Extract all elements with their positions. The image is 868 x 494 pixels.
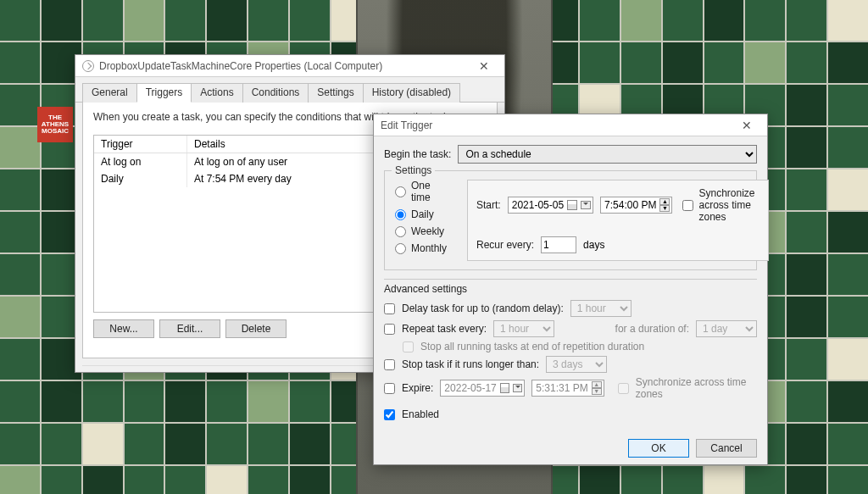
edit-trigger-dialog: Edit Trigger ✕ Begin the task: On a sche… [373,114,768,465]
edit-button[interactable]: Edit... [159,319,220,338]
radio-weekly[interactable]: Weekly [395,225,447,237]
cancel-button[interactable]: Cancel [696,439,757,458]
wallpaper-tile [663,466,703,494]
begin-task-select[interactable]: On a schedule [458,145,757,164]
wallpaper-tile [787,169,826,210]
delay-select[interactable]: 1 hour [570,300,632,317]
wallpaper-tile [828,169,868,210]
tab-actions[interactable]: Actions [191,83,242,103]
wallpaper-tile [248,0,288,41]
wallpaper-tile [828,424,868,464]
wallpaper-tile [0,85,40,125]
delete-button[interactable]: Delete [225,319,287,338]
wallpaper-tile [828,254,868,295]
window-title: DropboxUpdateTaskMachineCore Properties … [99,60,382,72]
radio-daily[interactable]: Daily [395,208,447,220]
schedule-panel: Start: 2021-05-05 7:54:00 PM ▲▼ Synchron… [467,180,769,261]
wallpaper-tile [125,466,164,494]
wallpaper-tile [704,466,744,494]
wallpaper-tile [207,424,247,464]
dialog-title: Edit Trigger [381,119,432,131]
tab-conditions[interactable]: Conditions [242,83,309,103]
tab-settings[interactable]: Settings [308,83,363,103]
wallpaper-tile [0,339,40,380]
spinner-icon[interactable]: ▲▼ [659,198,670,212]
tab-general[interactable]: General [82,83,137,103]
wallpaper-tile [828,42,868,83]
recur-label: Recur every: [476,239,534,251]
expire-date-field[interactable]: 2022-05-17 [440,380,525,397]
stop-long-checkbox[interactable] [384,359,395,370]
settings-group-title: Settings [392,164,435,176]
close-button[interactable]: ✕ [733,117,760,134]
chevron-down-icon [513,384,522,392]
wallpaper-tile [621,42,661,83]
wallpaper-tile [83,466,123,494]
wallpaper-tile [828,127,868,168]
settings-group: Settings One time Daily Weekly Monthly S… [384,170,757,270]
repeat-checkbox[interactable] [384,324,395,335]
wallpaper-tile [0,297,40,337]
radio-onetime[interactable]: One time [395,180,447,203]
wallpaper-tile [0,254,40,295]
wallpaper-tile [663,42,703,83]
expire-time-field[interactable]: 5:31:31 PM ▲▼ [531,380,604,397]
wallpaper-tile [0,127,40,168]
wallpaper-tile [787,466,826,494]
wallpaper-tile [787,424,826,464]
stop-long-label: Stop task if it runs longer than: [402,358,539,370]
enabled-checkbox[interactable] [384,409,395,420]
start-date-field[interactable]: 2021-05-05 [508,197,593,214]
close-icon: ✕ [742,119,752,131]
expire-checkbox[interactable] [384,383,395,394]
stop-long-select[interactable]: 3 days [546,356,607,373]
ok-button[interactable]: OK [628,439,689,458]
wallpaper-tile [787,85,826,125]
duration-select[interactable]: 1 day [696,320,757,337]
chevron-down-icon[interactable] [581,201,591,209]
wallpaper-tile [828,297,868,337]
close-button[interactable]: ✕ [470,58,498,75]
sync-tz-checkbox[interactable]: Synchronize across time zones [682,187,759,223]
wallpaper-tile [704,42,744,83]
wallpaper-tile [745,0,785,41]
wallpaper-tile [42,466,81,494]
wallpaper-tile [704,0,744,41]
delay-checkbox[interactable] [384,303,395,314]
repeat-select[interactable]: 1 hour [493,320,554,337]
recur-unit: days [583,239,604,251]
expire-label: Expire: [402,382,433,394]
wallpaper-tile [0,381,40,422]
wallpaper-tile [621,0,661,41]
stop-running-checkbox [403,341,414,352]
wallpaper-tile [290,466,330,494]
new-button[interactable]: New... [93,319,154,338]
wallpaper-tile [42,424,81,464]
wallpaper-tile [828,466,868,494]
stop-running-label: Stop all running tasks at end of repetit… [420,341,644,352]
wallpaper-tile [42,381,81,422]
wallpaper-tile [248,466,288,494]
titlebar[interactable]: Edit Trigger ✕ [374,114,767,136]
wallpaper-tile [828,212,868,253]
wallpaper-tile [787,212,826,253]
radio-monthly[interactable]: Monthly [395,242,447,254]
titlebar[interactable]: DropboxUpdateTaskMachineCore Properties … [75,55,504,77]
wallpaper-tile [165,0,205,41]
frequency-radios: One time Daily Weekly Monthly [395,180,447,261]
begin-task-label: Begin the task: [384,148,451,160]
col-trigger[interactable]: Trigger [94,136,187,153]
tab-history[interactable]: History (disabled) [363,83,460,103]
wallpaper-tile [207,466,247,494]
wallpaper-tile [663,0,703,41]
wallpaper-tile [83,424,123,464]
recur-value-field[interactable] [541,236,576,253]
tab-triggers[interactable]: Triggers [136,83,192,103]
duration-label: for a duration of: [615,323,689,335]
cell-trigger: Daily [94,170,187,187]
wallpaper-tile [580,42,620,83]
start-time-field[interactable]: 7:54:00 PM ▲▼ [600,197,672,214]
calendar-icon[interactable] [567,200,577,210]
wallpaper-tile [828,85,868,125]
wallpaper-tile [125,424,164,464]
